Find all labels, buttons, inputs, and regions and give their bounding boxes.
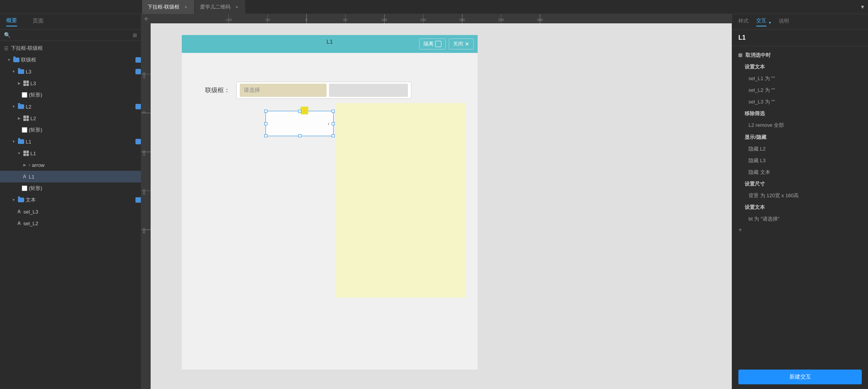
handle-tl[interactable] <box>264 110 267 113</box>
tree-label-L1-grid: L1 <box>30 151 141 156</box>
handle-bm[interactable] <box>298 134 301 137</box>
tree-item-联级框[interactable]: ▼ 联级框 <box>0 54 141 66</box>
section-sel-L1: sel_L1 为 "" <box>732 73 868 84</box>
close-button[interactable]: 关闭 ✕ <box>449 39 474 49</box>
sidebar-header: 概要 页面 <box>0 14 141 30</box>
tab-qrcode[interactable]: 爱学儿二维码 × <box>195 0 246 14</box>
tree-item-rect3[interactable]: (矩形) <box>0 182 141 194</box>
right-tab-notes[interactable]: 说明 <box>779 18 789 26</box>
yellow-area <box>336 103 466 298</box>
expand-联级框[interactable]: ▼ <box>6 57 12 63</box>
tree-label-L1-text: L1 <box>29 174 141 180</box>
cascade-input-first[interactable]: 请选择 <box>240 84 327 97</box>
selection-box[interactable]: ⚡ › <box>265 111 334 136</box>
section-sel-L3: sel_L3 为 "" <box>732 96 868 108</box>
badge-L2 <box>135 104 141 109</box>
tree-label-sel-L2: sel_L2 <box>23 221 141 226</box>
tree-item-doc[interactable]: ☰ 下拉框-联级框 <box>0 42 141 54</box>
sidebar-tab-pages[interactable]: 页面 <box>33 18 44 26</box>
section-bg-size: 背景 为 120宽 x 160高 <box>732 190 868 202</box>
canvas-scroll[interactable]: L1 隔离 关闭 ✕ 联 <box>151 23 732 389</box>
cascade-label: 联级框： <box>205 86 230 95</box>
handle-tr[interactable] <box>332 110 335 113</box>
tree-item-L1-text[interactable]: A L1 <box>0 171 141 182</box>
tree-item-L2-folder[interactable]: ▼ L2 <box>0 101 141 112</box>
tree-label-L3-folder: L3 <box>26 69 134 75</box>
canvas-page: L1 隔离 关闭 ✕ 联 <box>182 35 478 370</box>
right-tab-style[interactable]: 样式 <box>738 18 749 26</box>
expand-L2[interactable]: ▼ <box>11 104 16 109</box>
badge-文本 <box>135 197 141 203</box>
canvas-frame-bar: L1 隔离 关闭 ✕ <box>182 35 478 53</box>
expand-L1[interactable]: ▼ <box>11 139 16 144</box>
add-action-btn[interactable]: + <box>732 225 868 235</box>
tab-dropdown-frame[interactable]: 下拉框-联级框 × <box>142 0 195 14</box>
rect-icon-3 <box>22 186 27 191</box>
section-hide-L2: 隐藏 L2 <box>732 143 868 155</box>
tree-item-rect2[interactable]: (矩形) <box>0 124 141 136</box>
crosshair-icon: ✛ <box>144 16 148 22</box>
expand-文本[interactable]: ▼ <box>11 197 16 203</box>
text-icon-L1: A <box>22 174 27 179</box>
expand-L2-grid[interactable]: ▶ <box>16 116 22 121</box>
expand-arrow[interactable]: ▶ <box>22 162 27 168</box>
section-L2-remove: L2 remove 全部 <box>732 119 868 131</box>
handle-br[interactable] <box>332 134 335 137</box>
handle-tm[interactable] <box>298 110 301 113</box>
tree-item-sel-L2[interactable]: A sel_L2 <box>0 217 141 229</box>
tree-item-L1-folder[interactable]: ▼ L1 <box>0 136 141 147</box>
right-tab-interaction[interactable]: 交互 <box>756 17 766 26</box>
close-x-icon: ✕ <box>465 41 469 47</box>
right-panel-title: L1 <box>732 30 868 46</box>
tree-label-rect3: (矩形) <box>29 185 141 192</box>
tree-item-rect1[interactable]: (矩形) <box>0 89 141 101</box>
tree-label-rect1: (矩形) <box>29 91 141 98</box>
rect-icon-2 <box>22 127 27 133</box>
ruler-horizontal: -100 -50 0 50 100 150 200 250 300 <box>141 14 732 23</box>
tab-close-2[interactable]: × <box>234 4 240 10</box>
handle-bl[interactable] <box>264 134 267 137</box>
tree-label-rect2: (矩形) <box>29 126 141 133</box>
tree-item-L3-folder[interactable]: ▼ L3 <box>0 66 141 77</box>
tab-dropdown-btn[interactable]: ▾ <box>857 3 868 11</box>
tree-item-L1-grid[interactable]: ▼ L1 <box>0 147 141 159</box>
tree-item-L3-grid[interactable]: ▶ L3 <box>0 77 141 89</box>
canvas-area: -100 -50 0 50 100 150 200 250 300 <box>141 14 732 389</box>
tree-item-sel-L3[interactable]: A sel_L3 <box>0 206 141 217</box>
tree-label-联级框: 联级框 <box>21 56 134 63</box>
arrow-icon: › <box>29 162 30 168</box>
expand-L1-grid[interactable]: ▼ <box>16 151 22 156</box>
badge-L3 <box>135 69 141 74</box>
tree-label-文本-folder: 文本 <box>26 196 134 203</box>
grid-icon-L3 <box>23 81 29 86</box>
canvas-frame-actions: 隔离 关闭 ✕ <box>419 35 474 53</box>
close-label: 关闭 <box>453 40 463 47</box>
isolate-icon <box>435 41 441 47</box>
tree-item-文本-folder[interactable]: ▼ 文本 <box>0 194 141 206</box>
new-interaction-button[interactable]: 新建交互 <box>738 370 862 384</box>
cascade-container: 联级框： 请选择 <box>205 82 411 99</box>
tab-close-1[interactable]: × <box>183 4 189 10</box>
sidebar-tab-outline[interactable]: 概要 <box>6 17 17 26</box>
cascade-input-second[interactable] <box>329 84 408 97</box>
tree-label-L3-grid: L3 <box>30 81 141 86</box>
filter-icon[interactable]: ⊞ <box>133 32 137 38</box>
interaction-dot: ⚡ <box>300 107 308 114</box>
right-panel: 样式 交互 ● 说明 L1 取消选中时 设置文本 sel_L1 为 "" sel… <box>732 14 868 389</box>
search-icon: 🔍 <box>4 32 11 38</box>
handle-mr[interactable] <box>332 122 335 125</box>
tree-label-L2-grid: L2 <box>30 116 141 121</box>
doc-icon: ☰ <box>3 46 9 51</box>
badge-L1 <box>135 139 141 144</box>
ruler-vertical: -100 0 100 200 300 <box>141 23 151 389</box>
folder-icon-文本 <box>18 198 24 202</box>
section-set-text-1: 设置文本 <box>732 61 868 73</box>
tree-item-arrow[interactable]: ▶ › arrow <box>0 159 141 171</box>
folder-icon-L2 <box>18 104 24 109</box>
expand-L3-grid[interactable]: ▶ <box>16 81 22 86</box>
cascade-widget[interactable]: 请选择 <box>236 82 411 99</box>
handle-ml[interactable] <box>264 122 267 125</box>
expand-L3[interactable]: ▼ <box>11 69 16 74</box>
tree-item-L2-grid[interactable]: ▶ L2 <box>0 112 141 124</box>
isolate-button[interactable]: 隔离 <box>419 39 446 49</box>
